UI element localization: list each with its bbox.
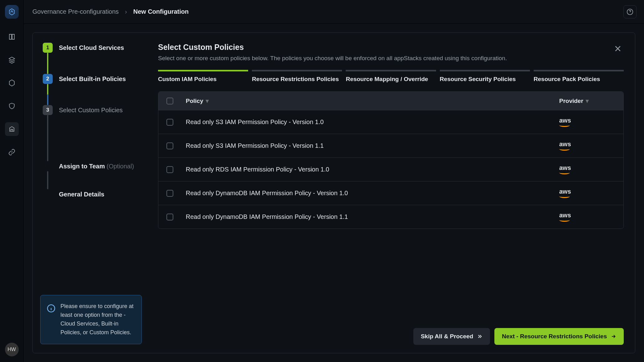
content-area: 1 Select Cloud Services 2 Select Built-i… (24, 24, 644, 362)
step-3-label: Select Custom Policies (59, 107, 123, 114)
aws-icon: aws (559, 117, 571, 127)
step-2-badge: 2 (43, 74, 53, 84)
tab-resource-security[interactable]: Resource Security Policies (440, 70, 530, 83)
wizard-card: 1 Select Cloud Services 2 Select Built-i… (32, 32, 635, 353)
cell-policy: Read only S3 IAM Permission Policy - Ver… (186, 118, 559, 126)
tab-resource-mapping[interactable]: Resource Mapping / Override (346, 70, 436, 83)
close-button[interactable] (612, 43, 624, 56)
cell-policy: Read only DynamoDB IAM Permission Policy… (186, 190, 559, 197)
table-row[interactable]: Read only DynamoDB IAM Permission Policy… (158, 181, 623, 205)
cell-policy: Read only RDS IAM Permission Policy - Ve… (186, 166, 559, 173)
row-checkbox[interactable] (166, 190, 173, 197)
table-row[interactable]: Read only S3 IAM Permission Policy - Ver… (158, 110, 623, 134)
aws-icon: aws (559, 188, 571, 198)
cell-provider: aws (559, 188, 615, 198)
panel-title: Select Custom Policies (158, 43, 507, 52)
cell-provider: aws (559, 165, 615, 174)
next-label: Next - Resource Restrictions Policies (502, 333, 607, 340)
alert-text: Please ensure to configure at least one … (60, 302, 135, 337)
col-header-policy[interactable]: Policy▾ (186, 97, 559, 104)
step-3[interactable]: 3 Select Custom Policies (43, 105, 147, 115)
tab-resource-pack[interactable]: Resource Pack Policies (534, 70, 624, 83)
step-5-badge: 5 (43, 189, 53, 199)
policy-tabs: Custom IAM Policies Resource Restriction… (158, 70, 624, 83)
main-column: Governance Pre-configurations › New Conf… (24, 0, 644, 362)
info-alert: Please ensure to configure at least one … (40, 295, 142, 344)
tab-resource-restrictions[interactable]: Resource Restrictions Policies (252, 70, 342, 83)
wizard-footer: Skip All & Proceed Next - Resource Restr… (413, 328, 624, 345)
nav-hexagon[interactable] (5, 76, 19, 90)
panel-subtitle: Select one or more custom policies below… (158, 55, 507, 62)
governance-icon (8, 125, 16, 133)
link-icon (8, 148, 16, 156)
panel-header: Select Custom Policies Select one or mor… (158, 43, 624, 70)
chevron-right-icon: › (125, 8, 127, 15)
double-chevron-right-icon (477, 334, 483, 339)
tab-custom-iam[interactable]: Custom IAM Policies (158, 70, 248, 83)
cell-provider: aws (559, 141, 615, 151)
nav-book[interactable] (5, 30, 19, 44)
row-checkbox[interactable] (166, 142, 173, 149)
app-logo[interactable] (5, 5, 19, 19)
aws-icon: aws (559, 165, 571, 174)
aws-icon: aws (559, 212, 571, 222)
wizard-stepper: 1 Select Cloud Services 2 Select Built-i… (33, 33, 154, 353)
row-checkbox[interactable] (166, 214, 173, 220)
skip-all-button[interactable]: Skip All & Proceed (413, 328, 490, 345)
sort-icon: ▾ (586, 97, 589, 104)
cell-policy: Read only S3 IAM Permission Policy - Ver… (186, 142, 559, 149)
help-icon (627, 8, 633, 15)
step-connector (47, 84, 48, 105)
table-row[interactable]: Read only S3 IAM Permission Policy - Ver… (158, 134, 623, 157)
col-header-provider[interactable]: Provider▾ (559, 97, 615, 104)
cell-provider: aws (559, 117, 615, 127)
nav-governance[interactable] (5, 122, 19, 136)
arrow-right-icon (611, 334, 616, 339)
rail-nav (5, 30, 19, 159)
table-row[interactable]: Read only DynamoDB IAM Permission Policy… (158, 205, 623, 229)
table-header: Policy▾ Provider▾ (158, 92, 623, 110)
select-all-checkbox[interactable] (166, 98, 173, 104)
left-rail: HW (0, 0, 24, 362)
step-5[interactable]: 5 General Details (43, 189, 147, 199)
step-1[interactable]: 1 Select Cloud Services (43, 43, 147, 53)
wizard-panel: Select Custom Policies Select one or mor… (154, 33, 635, 353)
step-2-label: Select Built-in Policies (59, 75, 126, 83)
step-connector (47, 115, 48, 161)
next-button[interactable]: Next - Resource Restrictions Policies (494, 328, 624, 345)
cell-provider: aws (559, 212, 615, 222)
step-5-label: General Details (59, 191, 104, 198)
step-4-badge: 4 (43, 161, 53, 171)
step-1-label: Select Cloud Services (59, 44, 124, 51)
skip-label: Skip All & Proceed (421, 333, 473, 340)
hexagon-icon (8, 79, 16, 87)
user-avatar[interactable]: HW (5, 343, 19, 356)
aws-icon: aws (559, 141, 571, 151)
breadcrumb-current: New Configuration (133, 8, 189, 15)
logo-icon (8, 8, 16, 16)
sort-icon: ▾ (206, 98, 209, 104)
layers-icon (8, 56, 16, 64)
nav-link[interactable] (5, 145, 19, 159)
step-connector (47, 53, 48, 74)
policies-table: Policy▾ Provider▾ Read only S3 IAM Permi… (158, 91, 624, 229)
top-bar: Governance Pre-configurations › New Conf… (24, 0, 644, 24)
cell-policy: Read only DynamoDB IAM Permission Policy… (186, 213, 559, 220)
step-4-label: Assign to Team (Optional) (59, 163, 134, 170)
nav-shield[interactable] (5, 99, 19, 113)
book-icon (8, 33, 16, 41)
row-checkbox[interactable] (166, 119, 173, 126)
step-1-badge: 1 (43, 43, 53, 53)
table-row[interactable]: Read only RDS IAM Permission Policy - Ve… (158, 157, 623, 181)
breadcrumb: Governance Pre-configurations › New Conf… (32, 8, 189, 15)
nav-layers[interactable] (5, 53, 19, 67)
shield-icon (8, 102, 16, 110)
help-button[interactable] (623, 5, 637, 18)
breadcrumb-root[interactable]: Governance Pre-configurations (32, 8, 119, 15)
step-4[interactable]: 4 Assign to Team (Optional) (43, 161, 147, 171)
step-3-badge: 3 (43, 105, 53, 115)
row-checkbox[interactable] (166, 166, 173, 173)
step-connector (47, 171, 48, 189)
step-2[interactable]: 2 Select Built-in Policies (43, 74, 147, 84)
close-icon (614, 45, 622, 53)
